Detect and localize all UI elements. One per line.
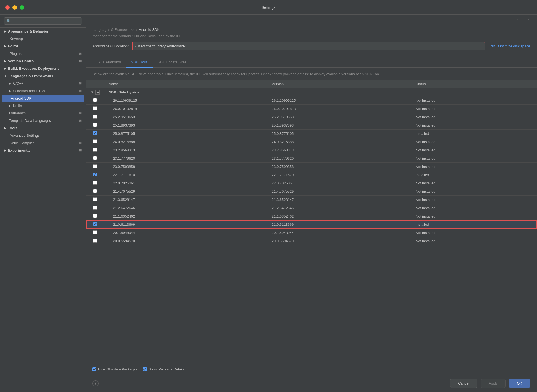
row-status: Installed xyxy=(411,129,536,138)
row-checkbox-17[interactable] xyxy=(93,239,97,243)
breadcrumb-separator: › xyxy=(136,28,137,32)
row-checkbox-7[interactable] xyxy=(93,156,97,160)
row-checkbox-14[interactable] xyxy=(93,214,97,218)
sidebar-item-markdown[interactable]: Markdown ⊞ xyxy=(0,109,86,117)
col-status: Status xyxy=(411,80,536,88)
row-checkbox-11[interactable] xyxy=(93,189,97,193)
sdk-location-input[interactable] xyxy=(132,42,485,50)
row-checkbox-cell xyxy=(86,229,104,237)
close-button[interactable] xyxy=(5,5,10,10)
row-status: Not installed xyxy=(411,179,536,187)
sidebar-item-schemas[interactable]: ▶ Schemas and DTDs ⊞ xyxy=(0,87,86,95)
hide-obsolete-label[interactable]: Hide Obsolete Packages xyxy=(92,367,137,371)
repo-icon: ⊞ xyxy=(79,111,82,115)
sidebar-label: Schemas and DTDs xyxy=(13,89,45,93)
sidebar-item-plugins[interactable]: Plugins ⊞ xyxy=(0,50,86,57)
row-checkbox-4[interactable] xyxy=(93,131,97,135)
window-title: Settings xyxy=(262,5,276,10)
sidebar-label: Editor xyxy=(8,44,18,48)
row-version: 25.0.8775105 xyxy=(267,129,411,138)
sidebar-item-kotlin[interactable]: ▶ Kotlin xyxy=(0,102,86,109)
subtitle: Manager for the Android SDK and Tools us… xyxy=(92,34,530,38)
row-status: Not installed xyxy=(411,237,536,245)
sidebar-item-kotlin-compiler[interactable]: Kotlin Compiler ⊞ xyxy=(0,139,86,147)
row-checkbox-5[interactable] xyxy=(93,139,97,143)
sidebar-item-keymap[interactable]: Keymap xyxy=(0,35,86,42)
table-row: 25.2.951965325.2.9519653Not installed xyxy=(86,113,537,121)
back-arrow-icon[interactable]: ← xyxy=(516,17,521,23)
table-row: 26.1.1090912526.1.10909125Not installed xyxy=(86,96,537,104)
sidebar-item-tools[interactable]: ▶ Tools xyxy=(0,124,86,132)
show-package-details-checkbox[interactable] xyxy=(143,367,147,371)
row-checkbox-12[interactable] xyxy=(93,197,97,201)
hide-obsolete-checkbox[interactable] xyxy=(92,367,96,371)
table-row: 23.0.759985823.0.7599858Not installed xyxy=(86,162,537,171)
sidebar-item-experimental[interactable]: ▶ Experimental ⊞ xyxy=(0,147,86,154)
row-checkbox-cell xyxy=(86,187,104,195)
show-package-details-label[interactable]: Show Package Details xyxy=(143,367,184,371)
footer-bar: ? Cancel Apply OK xyxy=(86,375,537,392)
maximize-button[interactable] xyxy=(20,5,24,10)
cancel-button[interactable]: Cancel xyxy=(450,379,477,388)
row-checkbox-13[interactable] xyxy=(93,206,97,210)
minus-icon[interactable]: − xyxy=(95,90,100,95)
description: Below are the available SDK developer to… xyxy=(86,68,537,80)
row-checkbox-2[interactable] xyxy=(93,115,97,119)
edit-link[interactable]: Edit xyxy=(488,44,495,48)
row-version: 26.1.10909125 xyxy=(267,96,411,104)
row-name: 21.2.6472646 xyxy=(104,204,267,212)
row-checkbox-1[interactable] xyxy=(93,106,97,110)
table-header: Name Version Status xyxy=(86,80,537,88)
row-checkbox-cell xyxy=(86,204,104,212)
row-name: 25.2.9519653 xyxy=(104,113,267,121)
row-name: 26.1.10909125 xyxy=(104,96,267,104)
row-status: Installed xyxy=(411,220,536,229)
row-checkbox-cell xyxy=(86,121,104,129)
row-checkbox-9[interactable] xyxy=(93,173,97,176)
sidebar-label: Plugins xyxy=(10,52,22,56)
sidebar-item-appearance-behavior[interactable]: ▶ Appearance & Behavior xyxy=(0,28,86,35)
sdk-tabs: SDK Platforms SDK Tools SDK Update Sites xyxy=(86,57,537,68)
sidebar-label: C/C++ xyxy=(13,81,23,85)
sidebar-item-cpp[interactable]: ▶ C/C++ ⊞ xyxy=(0,80,86,87)
sidebar-item-android-sdk[interactable]: Android SDK xyxy=(2,95,84,102)
row-checkbox-10[interactable] xyxy=(93,181,97,185)
row-version: 25.1.8937393 xyxy=(267,121,411,129)
sidebar-item-advanced-settings[interactable]: Advanced Settings xyxy=(0,132,86,139)
row-name: 23.1.7779620 xyxy=(104,154,267,162)
forward-arrow-icon[interactable]: → xyxy=(525,17,530,23)
row-checkbox-15[interactable] xyxy=(93,222,97,226)
tab-sdk-tools[interactable]: SDK Tools xyxy=(126,57,152,68)
sidebar-item-version-control[interactable]: ▶ Version Control ⊞ xyxy=(0,57,86,65)
row-status: Not installed xyxy=(411,113,536,121)
table-row: 25.0.877510525.0.8775105Installed xyxy=(86,129,537,138)
row-checkbox-cell xyxy=(86,113,104,121)
chevron-right-icon: ▶ xyxy=(4,30,6,33)
minimize-button[interactable] xyxy=(12,5,17,10)
tab-sdk-platforms[interactable]: SDK Platforms xyxy=(92,57,126,68)
sidebar-item-build[interactable]: ▶ Build, Execution, Deployment xyxy=(0,65,86,72)
row-version: 24.0.8215888 xyxy=(267,138,411,146)
row-version: 20.1.5948944 xyxy=(267,229,411,237)
row-checkbox-16[interactable] xyxy=(93,230,97,234)
traffic-lights xyxy=(5,5,24,10)
row-name: 22.1.7171670 xyxy=(104,171,267,179)
tab-sdk-update-sites[interactable]: SDK Update Sites xyxy=(153,57,192,68)
row-checkbox-6[interactable] xyxy=(93,148,97,152)
ok-button[interactable]: OK xyxy=(509,379,530,388)
row-checkbox-0[interactable] xyxy=(93,98,97,102)
sidebar: ▶ Appearance & Behavior Keymap ▶ Editor … xyxy=(0,15,86,392)
optimize-disk-link[interactable]: Optimize disk space xyxy=(498,44,530,48)
row-version: 23.0.7599858 xyxy=(267,162,411,171)
sidebar-item-editor[interactable]: ▶ Editor xyxy=(0,42,86,50)
row-name: 23.2.8568313 xyxy=(104,146,267,154)
row-checkbox-3[interactable] xyxy=(93,123,97,127)
search-input[interactable] xyxy=(4,17,82,25)
help-button[interactable]: ? xyxy=(92,380,99,386)
sidebar-label: Build, Execution, Deployment xyxy=(8,66,59,71)
apply-button[interactable]: Apply xyxy=(481,379,506,388)
row-checkbox-8[interactable] xyxy=(93,164,97,168)
chevron-down-icon[interactable]: ▼ xyxy=(91,90,94,94)
sidebar-item-languages[interactable]: ▼ Languages & Frameworks xyxy=(0,72,86,80)
sidebar-item-template-data[interactable]: Template Data Languages ⊞ xyxy=(0,117,86,124)
